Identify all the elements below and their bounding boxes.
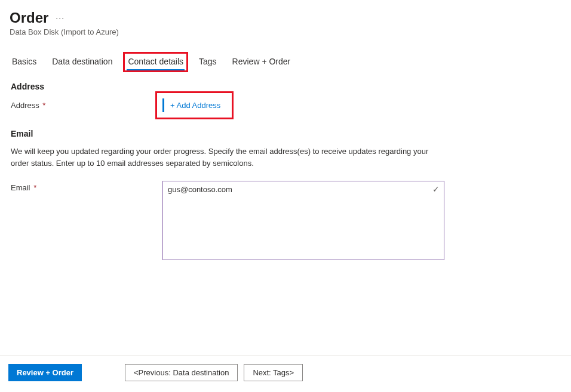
more-icon[interactable]: ··· [56,13,65,23]
email-section-heading: Email [11,129,560,138]
tab-basics[interactable]: Basics [11,54,38,70]
required-indicator: * [32,183,37,192]
previous-button[interactable]: <Previous: Data destination [125,364,238,381]
email-input[interactable] [162,181,444,260]
tab-review-order[interactable]: Review + Order [231,54,292,70]
tab-tags[interactable]: Tags [198,54,218,70]
tabs: Basics Data destination Contact details … [0,44,571,70]
page-title: Order [10,10,48,26]
email-description: We will keep you updated regarding your … [11,146,447,169]
footer: Review + Order <Previous: Data destinati… [0,355,571,392]
tab-contact-details-label: Contact details [128,57,183,66]
required-indicator: * [41,101,46,110]
add-address-button[interactable]: + Add Address [162,98,226,112]
address-field-label: Address * [11,98,162,110]
review-order-button[interactable]: Review + Order [8,364,82,381]
page-subtitle: Data Box Disk (Import to Azure) [10,27,561,36]
tab-contact-details[interactable]: Contact details [127,54,185,70]
address-section-heading: Address [11,82,560,91]
tab-data-destination[interactable]: Data destination [51,54,113,70]
email-field-label: Email * [11,181,162,192]
next-button[interactable]: Next: Tags> [244,364,303,381]
